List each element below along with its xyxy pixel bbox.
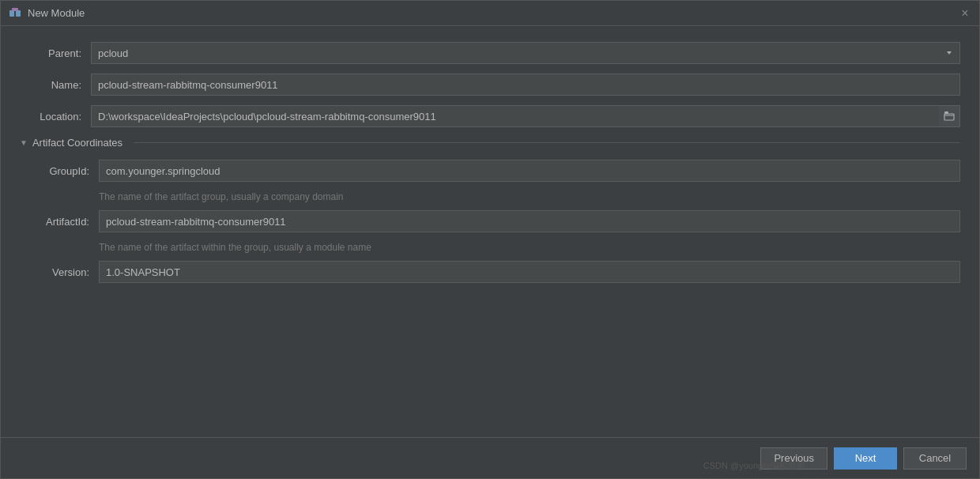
module-icon — [9, 7, 21, 20]
groupid-row: GroupId: — [28, 160, 960, 182]
groupid-input[interactable] — [99, 160, 960, 182]
svg-rect-2 — [12, 8, 18, 11]
version-control — [99, 261, 960, 283]
name-control — [91, 74, 960, 96]
version-label: Version: — [28, 266, 99, 278]
parent-control — [91, 42, 960, 64]
cancel-button[interactable]: Cancel — [903, 447, 967, 470]
parent-row: Parent: — [20, 42, 960, 64]
artifact-toggle[interactable]: ▼ — [20, 138, 28, 147]
name-input[interactable] — [91, 74, 960, 96]
svg-rect-4 — [944, 114, 954, 120]
version-input[interactable] — [99, 261, 960, 283]
version-row: Version: — [28, 261, 960, 283]
location-input[interactable] — [91, 105, 939, 127]
dialog-content: Parent: Name: Location: — [1, 26, 979, 437]
name-row: Name: — [20, 74, 960, 96]
groupid-hint: The name of the artifact group, usually … — [28, 191, 960, 202]
groupid-control — [99, 160, 960, 182]
artifactid-input[interactable] — [99, 210, 960, 232]
artifact-section: GroupId: The name of the artifact group,… — [20, 160, 960, 283]
location-control — [91, 105, 960, 127]
parent-dropdown-wrap — [91, 42, 960, 64]
location-browse-button[interactable] — [939, 105, 960, 127]
svg-marker-3 — [947, 51, 952, 55]
bottom-bar: Previous Next Cancel — [1, 437, 979, 478]
close-button[interactable]: × — [959, 7, 971, 20]
artifactid-row: ArtifactId: — [28, 210, 960, 232]
new-module-dialog: New Module × Parent: Name: — [0, 0, 980, 479]
artifactid-hint: The name of the artifact within the grou… — [28, 242, 960, 253]
artifactid-label: ArtifactId: — [28, 216, 99, 228]
title-bar: New Module × — [1, 1, 979, 26]
svg-rect-1 — [16, 10, 21, 17]
next-button[interactable]: Next — [834, 447, 897, 470]
location-input-wrap — [91, 105, 960, 127]
svg-rect-0 — [9, 10, 14, 17]
location-label: Location: — [20, 111, 91, 123]
artifactid-control — [99, 210, 960, 232]
parent-label: Parent: — [20, 47, 91, 59]
parent-dropdown-arrow[interactable] — [939, 42, 960, 64]
parent-input[interactable] — [91, 42, 939, 64]
location-row: Location: — [20, 105, 960, 127]
previous-button[interactable]: Previous — [760, 447, 827, 470]
svg-rect-5 — [944, 111, 948, 114]
groupid-label: GroupId: — [28, 165, 99, 177]
dialog-title: New Module — [28, 7, 952, 19]
artifact-section-header: ▼ Artifact Coordinates — [20, 137, 960, 149]
artifact-section-title: Artifact Coordinates — [32, 137, 122, 149]
name-label: Name: — [20, 79, 91, 91]
